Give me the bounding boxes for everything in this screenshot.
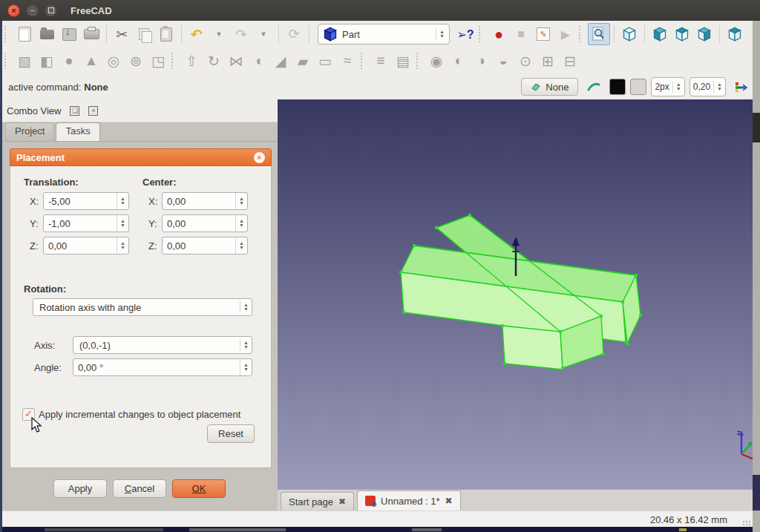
part-revolve-icon[interactable]: ↻ bbox=[203, 50, 225, 72]
part-loft-icon[interactable]: ≡ bbox=[370, 50, 392, 72]
face-color-swatch[interactable] bbox=[630, 79, 646, 95]
close-window-button[interactable]: × bbox=[7, 4, 20, 17]
toolbar-standard: ✂↶▼↷▼⟳ Part ▲▼ ➢?●■✎▶» bbox=[2, 21, 753, 48]
refresh-icon: ⟳ bbox=[283, 23, 305, 45]
axonometric-view-icon[interactable] bbox=[618, 23, 641, 45]
toolbar-part-tools: ▧◧●▲◎⊚◳⇧↻⋈◖◢▰▭≈≡▤◉◐◑◒⊙⊞⊟ bbox=[2, 47, 753, 75]
sep bbox=[614, 25, 615, 43]
mdi-tab-bar: Start page ✖ Unnamed : 1* ✖ bbox=[278, 490, 753, 511]
grip bbox=[4, 53, 11, 69]
translation-x-label: X: bbox=[30, 196, 39, 207]
axis-label: Axis: bbox=[34, 340, 55, 351]
center-x-input[interactable]: ▲▼ bbox=[162, 192, 248, 210]
translation-x-input[interactable]: ▲▼ bbox=[43, 192, 129, 210]
macro-stop-icon: ■ bbox=[510, 23, 532, 45]
freecad-window: × − FreeCAD ✂↶▼↷▼⟳ Part ▲▼ ➢?●■✎▶» ▧◧●▲◎… bbox=[0, 0, 760, 532]
part-boolean-common-icon[interactable]: ◑ bbox=[470, 50, 492, 72]
part-cone-icon[interactable]: ▲ bbox=[80, 50, 102, 72]
3d-viewport[interactable]: z Y x bbox=[278, 99, 753, 490]
fit-all-icon[interactable] bbox=[588, 23, 610, 45]
isometric-view-icon[interactable] bbox=[724, 23, 746, 45]
text-scale-spinner[interactable]: 0,20 ▲▼ bbox=[689, 77, 726, 96]
part-cross-sections-icon[interactable]: ⊟ bbox=[559, 50, 581, 72]
part-mirror-icon[interactable]: ⋈ bbox=[225, 50, 247, 72]
line-color-swatch[interactable] bbox=[609, 79, 626, 95]
undo-icon[interactable]: ↶ bbox=[186, 23, 208, 45]
tab-unnamed-document[interactable]: Unnamed : 1* ✖ bbox=[357, 490, 461, 510]
part-cylinder-icon[interactable]: ◧ bbox=[36, 50, 58, 72]
apply-button[interactable]: Apply bbox=[53, 479, 107, 498]
paste-icon[interactable] bbox=[155, 23, 177, 45]
part-extrude-icon[interactable]: ⇧ bbox=[180, 50, 203, 72]
sep bbox=[278, 25, 279, 43]
save-icon[interactable] bbox=[58, 23, 80, 45]
grip bbox=[4, 26, 11, 42]
part-check-geometry-icon[interactable]: ⊙ bbox=[514, 50, 537, 72]
right-view-icon[interactable] bbox=[693, 23, 715, 45]
draft-command-bar: active command: None None 2px ▲▼ 0,20 ▲▼ bbox=[2, 74, 753, 100]
close-tab-icon[interactable]: ✖ bbox=[445, 496, 453, 506]
titlebar: × − FreeCAD bbox=[0, 0, 760, 22]
part-thickness-icon[interactable]: ▤ bbox=[392, 50, 414, 72]
status-bar: 20.46 x 16.42 mm bbox=[2, 510, 753, 528]
macro-edit-icon[interactable]: ✎ bbox=[532, 23, 554, 45]
front-view-icon[interactable] bbox=[649, 23, 671, 45]
print-icon[interactable] bbox=[80, 23, 102, 45]
center-y-input[interactable]: ▲▼ bbox=[162, 214, 248, 232]
part-make-face-icon[interactable]: ▰ bbox=[292, 50, 314, 72]
workbench-selector[interactable]: Part ▲▼ bbox=[318, 24, 450, 45]
rotation-mode-select[interactable]: Rotation axis with angle ▲▼ bbox=[33, 298, 252, 316]
center-z-input[interactable]: ▲▼ bbox=[162, 237, 248, 254]
part-boolean-cut-icon[interactable]: ◐ bbox=[448, 50, 470, 72]
incremental-label: Apply incremental changes to object plac… bbox=[39, 409, 240, 420]
part-fillet-icon[interactable]: ◖ bbox=[247, 50, 269, 72]
maximize-window-button[interactable] bbox=[45, 4, 57, 17]
float-panel-icon[interactable]: ❏ bbox=[70, 106, 79, 116]
redo-icon: ↷ bbox=[230, 23, 252, 45]
tab-start-page[interactable]: Start page ✖ bbox=[281, 492, 354, 510]
sep bbox=[106, 25, 107, 43]
draft-autogroup-icon[interactable] bbox=[730, 76, 753, 98]
angle-input[interactable]: ▲▼ bbox=[73, 358, 252, 376]
redo-menu-icon: ▼ bbox=[252, 23, 275, 45]
draft-snap-icon[interactable] bbox=[583, 76, 605, 98]
sep bbox=[181, 25, 182, 43]
close-panel-icon[interactable]: × bbox=[88, 106, 98, 116]
line-width-spinner[interactable]: 2px ▲▼ bbox=[651, 77, 684, 96]
open-icon[interactable] bbox=[36, 23, 58, 45]
cancel-button[interactable]: Cancel bbox=[113, 479, 166, 498]
ok-button[interactable]: OK bbox=[172, 479, 226, 498]
part-compound-icon[interactable]: ⊞ bbox=[537, 50, 559, 72]
placement-header[interactable]: Placement « bbox=[10, 148, 272, 166]
part-sweep-icon[interactable]: ≈ bbox=[336, 50, 358, 72]
part-boolean-section-icon[interactable]: ◒ bbox=[492, 50, 514, 72]
part-torus-icon[interactable]: ◎ bbox=[102, 50, 125, 72]
macro-record-icon[interactable]: ● bbox=[488, 23, 510, 45]
new-file-icon[interactable] bbox=[13, 23, 36, 45]
whats-this-icon[interactable]: ➢? bbox=[454, 23, 476, 45]
undo-menu-icon[interactable]: ▼ bbox=[208, 23, 230, 45]
translation-label: Translation: bbox=[24, 177, 79, 188]
part-ruled-surface-icon[interactable]: ▭ bbox=[314, 50, 336, 72]
reset-button[interactable]: Reset bbox=[207, 424, 255, 443]
draft-layer-button[interactable]: None bbox=[521, 78, 578, 96]
part-box-icon[interactable]: ▧ bbox=[13, 50, 36, 72]
cut-icon[interactable]: ✂ bbox=[111, 23, 133, 45]
workbench-dropdown-arrows: ▲▼ bbox=[436, 28, 448, 40]
copy-icon[interactable] bbox=[133, 23, 155, 45]
minimize-window-button[interactable]: − bbox=[26, 4, 39, 17]
tab-tasks[interactable]: Tasks bbox=[56, 122, 99, 141]
axis-select[interactable]: (0,0,-1) ▲▼ bbox=[73, 336, 252, 354]
part-tube-icon[interactable]: ⊚ bbox=[125, 50, 147, 72]
collapse-panel-icon[interactable]: « bbox=[254, 152, 265, 163]
center-z-label: Z: bbox=[148, 240, 157, 252]
part-sphere-icon[interactable]: ● bbox=[58, 50, 80, 72]
translation-y-input[interactable]: ▲▼ bbox=[43, 214, 129, 232]
part-boolean-union-icon[interactable]: ◉ bbox=[425, 50, 448, 72]
part-primitives-icon[interactable]: ◳ bbox=[147, 50, 169, 72]
tab-project[interactable]: Project bbox=[5, 122, 54, 141]
translation-z-input[interactable]: ▲▼ bbox=[43, 237, 129, 254]
close-tab-icon[interactable]: ✖ bbox=[338, 496, 346, 507]
top-view-icon[interactable] bbox=[671, 23, 693, 45]
part-chamfer-icon[interactable]: ◢ bbox=[269, 50, 292, 72]
